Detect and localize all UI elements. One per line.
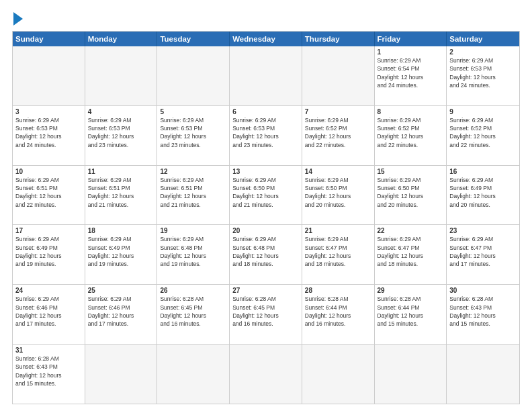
day-number: 29 [378, 287, 444, 294]
calendar-cell: 31Sunrise: 6:28 AMSunset: 6:43 PMDayligh… [13, 345, 85, 404]
sun-info-line: and 17 minutes. [88, 320, 154, 328]
calendar-cell: 2Sunrise: 6:29 AMSunset: 6:53 PMDaylight… [447, 46, 519, 105]
day-number: 2 [449, 48, 517, 56]
sun-info-line: Sunset: 6:51 PM [15, 184, 82, 192]
sun-info-line: Sunrise: 6:28 AM [449, 295, 517, 303]
sun-info-line: Sunrise: 6:29 AM [232, 116, 299, 124]
sun-info-line: and 24 minutes. [15, 141, 82, 149]
sun-info-line: Sunset: 6:46 PM [15, 304, 82, 312]
calendar-cell [302, 46, 375, 105]
sun-info-line: Daylight: 12 hours [88, 252, 154, 260]
sun-info-line: Sunset: 6:43 PM [15, 363, 82, 371]
sun-info-line: and 20 minutes. [378, 201, 444, 209]
sun-info-line: and 18 minutes. [232, 260, 299, 268]
sun-info-line: Daylight: 12 hours [378, 252, 444, 260]
sun-info-line: Daylight: 12 hours [378, 192, 444, 200]
logo [12, 12, 23, 26]
day-number: 25 [88, 287, 154, 294]
sun-info-line: Sunset: 6:49 PM [15, 244, 82, 252]
sun-info-line: Sunrise: 6:29 AM [232, 176, 299, 184]
sun-info-line: Daylight: 12 hours [88, 312, 154, 320]
sun-info-line: Sunset: 6:48 PM [160, 244, 226, 252]
calendar-header-cell: Sunday [13, 32, 85, 46]
sun-info-line: Sunrise: 6:29 AM [449, 235, 517, 243]
logo-triangle-icon [13, 12, 23, 26]
sun-info-line: and 24 minutes. [378, 81, 444, 89]
sun-info-line: and 16 minutes. [232, 320, 299, 328]
sun-info-line: Sunrise: 6:29 AM [305, 176, 371, 184]
sun-info-line: Sunset: 6:53 PM [232, 124, 299, 132]
calendar-cell: 29Sunrise: 6:28 AMSunset: 6:44 PMDayligh… [375, 285, 447, 344]
sun-info-line: Sunrise: 6:29 AM [449, 56, 517, 64]
sun-info-line: Sunrise: 6:29 AM [305, 235, 371, 243]
sun-info-line: Daylight: 12 hours [160, 252, 226, 260]
calendar-cell: 26Sunrise: 6:28 AMSunset: 6:45 PMDayligh… [157, 285, 230, 344]
calendar-cell: 30Sunrise: 6:28 AMSunset: 6:43 PMDayligh… [447, 285, 519, 344]
day-number: 19 [160, 227, 226, 234]
sun-info-line: Sunrise: 6:29 AM [378, 116, 444, 124]
sun-info-line: and 22 minutes. [15, 201, 82, 209]
calendar-cell: 25Sunrise: 6:29 AMSunset: 6:46 PMDayligh… [85, 285, 158, 344]
calendar-cell [447, 345, 519, 404]
calendar-cell: 21Sunrise: 6:29 AMSunset: 6:47 PMDayligh… [302, 225, 375, 284]
calendar-cell: 12Sunrise: 6:29 AMSunset: 6:51 PMDayligh… [157, 166, 230, 225]
sun-info-line: Daylight: 12 hours [88, 192, 154, 200]
sun-info-line: and 18 minutes. [305, 260, 371, 268]
sun-info-line: Sunrise: 6:29 AM [15, 176, 82, 184]
sun-info-line: Sunset: 6:45 PM [160, 304, 226, 312]
sun-info-line: Daylight: 12 hours [305, 192, 371, 200]
sun-info-line: and 22 minutes. [378, 141, 444, 149]
day-number: 6 [232, 108, 299, 116]
calendar-cell [230, 345, 302, 404]
calendar-cell [13, 46, 85, 105]
calendar-cell: 3Sunrise: 6:29 AMSunset: 6:53 PMDaylight… [13, 106, 85, 165]
calendar-cell: 6Sunrise: 6:29 AMSunset: 6:53 PMDaylight… [230, 106, 302, 165]
day-number: 10 [15, 168, 82, 175]
sun-info-line: Sunset: 6:49 PM [449, 184, 517, 192]
sun-info-line: Daylight: 12 hours [305, 132, 371, 140]
sun-info-line: Daylight: 12 hours [160, 192, 226, 200]
calendar-cell: 8Sunrise: 6:29 AMSunset: 6:52 PMDaylight… [375, 106, 447, 165]
sun-info-line: Sunrise: 6:29 AM [88, 235, 154, 243]
calendar-cell: 15Sunrise: 6:29 AMSunset: 6:50 PMDayligh… [375, 166, 447, 225]
sun-info-line: Sunrise: 6:29 AM [160, 235, 226, 243]
sun-info-line: and 24 minutes. [449, 81, 517, 89]
sun-info-line: Sunset: 6:47 PM [449, 244, 517, 252]
sun-info-line: and 21 minutes. [160, 201, 226, 209]
calendar-cell: 18Sunrise: 6:29 AMSunset: 6:49 PMDayligh… [85, 225, 158, 284]
sun-info-line: Daylight: 12 hours [378, 312, 444, 320]
sun-info-line: and 21 minutes. [232, 201, 299, 209]
calendar-header-cell: Tuesday [157, 32, 230, 46]
day-number: 13 [232, 168, 299, 175]
sun-info-line: Sunset: 6:43 PM [449, 304, 517, 312]
sun-info-line: Sunset: 6:53 PM [15, 124, 82, 132]
sun-info-line: Daylight: 12 hours [305, 252, 371, 260]
sun-info-line: Sunrise: 6:29 AM [15, 235, 82, 243]
calendar-cell: 17Sunrise: 6:29 AMSunset: 6:49 PMDayligh… [13, 225, 85, 284]
sun-info-line: Daylight: 12 hours [88, 132, 154, 140]
sun-info-line: and 16 minutes. [160, 320, 226, 328]
calendar-cell: 28Sunrise: 6:28 AMSunset: 6:44 PMDayligh… [302, 285, 375, 344]
sun-info-line: Sunrise: 6:29 AM [232, 235, 299, 243]
calendar-cell [375, 345, 447, 404]
sun-info-line: Sunset: 6:54 PM [378, 64, 444, 73]
calendar-body: 1Sunrise: 6:29 AMSunset: 6:54 PMDaylight… [13, 46, 519, 404]
sun-info-line: Sunrise: 6:29 AM [15, 295, 82, 303]
sun-info-line: Sunset: 6:51 PM [88, 184, 154, 192]
day-number: 20 [232, 227, 299, 234]
calendar-header-cell: Monday [85, 32, 158, 46]
calendar-cell: 11Sunrise: 6:29 AMSunset: 6:51 PMDayligh… [85, 166, 158, 225]
sun-info-line: Daylight: 12 hours [449, 73, 517, 81]
calendar-cell: 4Sunrise: 6:29 AMSunset: 6:53 PMDaylight… [85, 106, 158, 165]
sun-info-line: Sunset: 6:50 PM [378, 184, 444, 192]
day-number: 17 [15, 227, 82, 234]
sun-info-line: Sunset: 6:44 PM [305, 304, 371, 312]
sun-info-line: Sunrise: 6:29 AM [88, 116, 154, 124]
sun-info-line: and 22 minutes. [305, 141, 371, 149]
sun-info-line: Sunrise: 6:29 AM [160, 116, 226, 124]
calendar-cell [302, 345, 375, 404]
day-number: 4 [88, 108, 154, 116]
sun-info-line: and 20 minutes. [305, 201, 371, 209]
sun-info-line: Sunrise: 6:29 AM [15, 116, 82, 124]
sun-info-line: Sunset: 6:47 PM [305, 244, 371, 252]
